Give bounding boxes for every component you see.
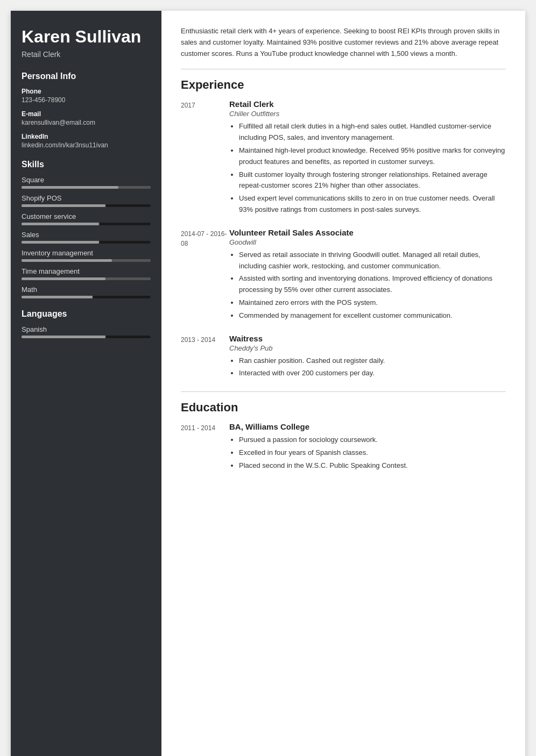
skill-item: Square: [22, 176, 151, 189]
skill-item: Inventory management: [22, 249, 151, 262]
exp-date: 2014-07 - 2016-08: [181, 228, 229, 323]
divider-after-summary: [181, 69, 506, 69]
skill-bar: [22, 277, 151, 280]
edu-bullets: Pursued a passion for sociology coursewo…: [229, 434, 506, 471]
skill-bar-dark: [99, 241, 151, 244]
exp-bullet: Fulfilled all retail clerk duties in a h…: [239, 121, 506, 144]
candidate-title: Retail Clerk: [22, 50, 151, 59]
sidebar: Karen Sullivan Retail Clerk Personal Inf…: [11, 11, 161, 756]
exp-job-title: Volunteer Retail Sales Associate: [229, 228, 506, 237]
skill-item: Time management: [22, 267, 151, 280]
skill-bar: [22, 296, 151, 298]
skill-item: Sales: [22, 231, 151, 244]
personal-info-heading: Personal Info: [22, 72, 151, 81]
exp-bullets: Fulfilled all retail clerk duties in a h…: [229, 121, 506, 215]
languages-list: Spanish: [22, 325, 151, 338]
exp-bullet: Maintained high-level product knowledge.…: [239, 145, 506, 168]
linkedin-label: LinkedIn: [22, 133, 151, 140]
skill-bar: [22, 204, 151, 207]
exp-company: Goodwill: [229, 238, 506, 246]
candidate-name: Karen Sullivan: [22, 27, 151, 47]
skills-list: SquareShopify POSCustomer serviceSalesIn…: [22, 176, 151, 298]
language-bar: [22, 336, 151, 338]
skill-bar-dark: [105, 204, 151, 207]
exp-bullet: Built customer loyalty through fostering…: [239, 169, 506, 192]
exp-date: 2017: [181, 99, 229, 217]
skill-bar-dark: [93, 296, 151, 298]
skill-name: Time management: [22, 267, 151, 275]
skill-item: Customer service: [22, 212, 151, 225]
skills-heading: Skills: [22, 160, 151, 169]
edu-degree: BA, Williams College: [229, 422, 506, 431]
skill-bar: [22, 223, 151, 225]
exp-company: Cheddy's Pub: [229, 344, 506, 352]
experience-section-title: Experience: [181, 78, 506, 92]
exp-content: WaitressCheddy's PubRan cashier position…: [229, 334, 506, 381]
skill-name: Square: [22, 176, 151, 184]
language-name: Spanish: [22, 325, 151, 333]
skill-bar: [22, 186, 151, 189]
skill-name: Math: [22, 286, 151, 294]
exp-bullets: Ran cashier position. Cashed out registe…: [229, 355, 506, 380]
linkedin-value: linkedin.com/in/kar3nsu11ivan: [22, 141, 151, 149]
education-list: 2011 - 2014BA, Williams CollegePursued a…: [181, 422, 506, 473]
skill-bar: [22, 259, 151, 262]
edu-content: BA, Williams CollegePursued a passion fo…: [229, 422, 506, 473]
skill-bar: [22, 241, 151, 244]
phone-value: 123-456-78900: [22, 96, 151, 104]
edu-date: 2011 - 2014: [181, 422, 229, 473]
exp-bullet: Used expert level communications skills …: [239, 193, 506, 216]
experience-list: 2017Retail ClerkChiller OutfittersFulfil…: [181, 99, 506, 381]
education-item: 2011 - 2014BA, Williams CollegePursued a…: [181, 422, 506, 473]
divider-before-education: [181, 391, 506, 392]
skill-item: Math: [22, 286, 151, 298]
exp-bullets: Served as retail associate in thriving G…: [229, 249, 506, 322]
phone-label: Phone: [22, 88, 151, 95]
email-label: E-mail: [22, 110, 151, 118]
exp-bullet: Ran cashier position. Cashed out registe…: [239, 355, 506, 367]
skill-name: Shopify POS: [22, 194, 151, 202]
language-bar-dark: [105, 336, 151, 338]
exp-content: Retail ClerkChiller OutfittersFulfilled …: [229, 99, 506, 217]
resume-container: Karen Sullivan Retail Clerk Personal Inf…: [11, 11, 525, 756]
edu-bullet: Excelled in four years of Spanish classe…: [239, 447, 506, 459]
exp-job-title: Retail Clerk: [229, 99, 506, 109]
edu-bullet: Placed second in the W.S.C. Public Speak…: [239, 460, 506, 472]
exp-bullet: Commended by management for excellent cu…: [239, 310, 506, 322]
experience-item: 2017Retail ClerkChiller OutfittersFulfil…: [181, 99, 506, 217]
languages-heading: Languages: [22, 309, 151, 319]
email-value: karensullivan@email.com: [22, 119, 151, 126]
skill-name: Inventory management: [22, 249, 151, 257]
exp-bullet: Served as retail associate in thriving G…: [239, 249, 506, 272]
exp-date: 2013 - 2014: [181, 334, 229, 381]
exp-company: Chiller Outfitters: [229, 110, 506, 118]
exp-bullet: Assisted with sorting and inventorying d…: [239, 273, 506, 296]
skill-name: Sales: [22, 231, 151, 239]
edu-bullet: Pursued a passion for sociology coursewo…: [239, 434, 506, 446]
skill-bar-dark: [99, 223, 151, 225]
summary-text: Enthusiastic retail clerk with 4+ years …: [181, 26, 506, 59]
education-section-title: Education: [181, 401, 506, 415]
exp-content: Volunteer Retail Sales AssociateGoodwill…: [229, 228, 506, 323]
language-item: Spanish: [22, 325, 151, 338]
exp-job-title: Waitress: [229, 334, 506, 343]
exp-bullet: Maintained zero errors with the POS syst…: [239, 297, 506, 309]
experience-item: 2013 - 2014WaitressCheddy's PubRan cashi…: [181, 334, 506, 381]
skill-name: Customer service: [22, 212, 151, 220]
main-content: Enthusiastic retail clerk with 4+ years …: [161, 11, 525, 756]
experience-item: 2014-07 - 2016-08Volunteer Retail Sales …: [181, 228, 506, 323]
exp-bullet: Interacted with over 200 customers per d…: [239, 368, 506, 379]
skill-item: Shopify POS: [22, 194, 151, 207]
